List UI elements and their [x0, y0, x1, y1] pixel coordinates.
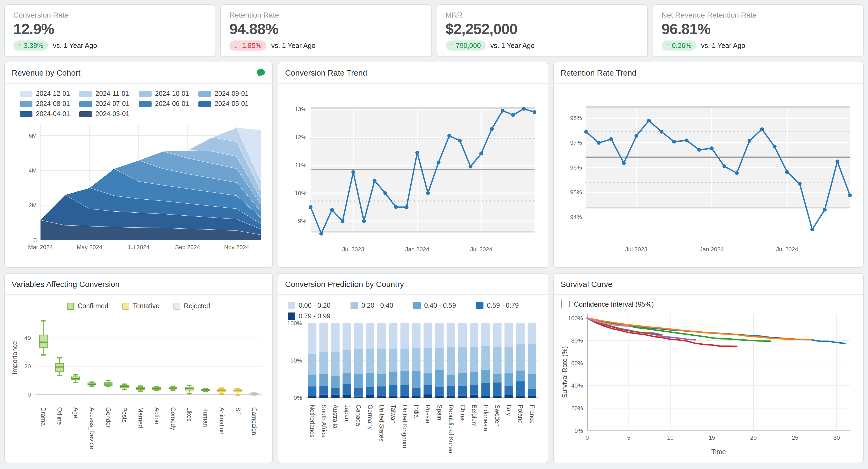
legend-item[interactable]: 0.79 - 0.99	[287, 313, 350, 320]
kpi-label: Net Revenue Retention Rate	[662, 11, 855, 19]
kpi-delta-badge: ↑790,000	[445, 40, 486, 51]
legend-label: 2024-06-01	[155, 100, 189, 108]
kpi-delta-value: 0.26%	[672, 41, 692, 50]
svg-text:40%: 40%	[571, 382, 583, 389]
arrow-up-icon: ↑	[18, 41, 22, 50]
kpi-card-conversion-rate: Conversion Rate 12.9% ↑3.38% vs. 1 Year …	[4, 4, 216, 57]
legend-item[interactable]: Rejected	[173, 302, 210, 310]
svg-text:5: 5	[627, 434, 630, 441]
svg-text:Spain: Spain	[436, 405, 443, 420]
charts-row-bottom: Variables Affecting Conversion Confirmed…	[4, 273, 864, 463]
svg-text:97%: 97%	[570, 140, 582, 146]
panel-survival-curve: Survival Curve Confidence Interval (95%)…	[553, 273, 864, 463]
legend-item[interactable]: 0.00 - 0.20	[287, 302, 350, 309]
kpi-compare-label: vs. 1 Year Ago	[701, 41, 745, 50]
checkbox-icon[interactable]	[561, 300, 569, 308]
svg-text:Netherlands: Netherlands	[309, 405, 316, 438]
legend-item[interactable]: 2024-12-01	[20, 90, 79, 97]
country-prediction-chart: 0%50%100%NetherlandsSouth AfricaAustrali…	[284, 320, 542, 453]
kpi-delta-badge: ↑0.26%	[662, 40, 696, 51]
svg-text:India: India	[413, 405, 420, 418]
svg-text:Jul 2024: Jul 2024	[127, 244, 150, 251]
legend-item[interactable]: 2024-04-01	[20, 110, 79, 118]
svg-text:Poland: Poland	[517, 405, 524, 424]
kpi-delta-badge: ↑3.38%	[13, 40, 48, 51]
kpi-delta-value: -1.85%	[240, 41, 262, 50]
kpi-card-net-revenue-retention: Net Revenue Retention Rate 96.81% ↑0.26%…	[653, 4, 864, 57]
svg-text:60%: 60%	[571, 360, 583, 367]
kpi-value: 96.81%	[662, 21, 855, 38]
svg-text:Italy: Italy	[505, 405, 513, 416]
legend-label: 0.79 - 0.99	[299, 313, 331, 320]
legend-item[interactable]: 0.40 - 0.59	[413, 302, 476, 309]
svg-text:6M: 6M	[28, 132, 37, 139]
legend-swatch	[198, 91, 211, 97]
legend-swatch	[79, 101, 92, 107]
dashboard: Conversion Rate 12.9% ↑3.38% vs. 1 Year …	[0, 0, 868, 469]
svg-text:Jul 2024: Jul 2024	[470, 246, 492, 253]
legend-item[interactable]: 2024-09-01	[198, 90, 258, 97]
svg-text:Posts: Posts	[121, 407, 128, 423]
legend-item[interactable]: 2024-03-01	[79, 110, 138, 118]
legend-label: Rejected	[184, 302, 210, 310]
kpi-label: Retention Rate	[229, 11, 423, 19]
svg-text:100%: 100%	[287, 320, 302, 327]
svg-text:Belgium: Belgium	[471, 405, 477, 427]
legend-swatch	[198, 101, 211, 107]
svg-text:Nov 2024: Nov 2024	[224, 244, 249, 251]
svg-text:Jul 2024: Jul 2024	[776, 246, 798, 253]
legend-item[interactable]: 2024-10-01	[138, 90, 198, 97]
legend-item[interactable]: 2024-08-01	[20, 100, 79, 108]
comment-icon[interactable]	[256, 68, 266, 77]
legend-item[interactable]: 2024-07-01	[79, 100, 138, 108]
legend-item[interactable]: 0.59 - 0.79	[476, 302, 538, 309]
svg-text:United States: United States	[378, 405, 385, 441]
svg-text:0: 0	[33, 237, 37, 243]
kpi-card-retention-rate: Retention Rate 94.88% ↓-1.85% vs. 1 Year…	[220, 4, 432, 57]
svg-text:Canada: Canada	[355, 405, 362, 426]
legend-item[interactable]: Tentative	[122, 302, 159, 310]
svg-text:Taiwan: Taiwan	[390, 405, 397, 424]
svg-text:Mar 2024: Mar 2024	[28, 244, 53, 251]
svg-text:25: 25	[792, 434, 798, 441]
svg-text:20: 20	[25, 363, 31, 370]
legend-item[interactable]: 2024-11-01	[79, 90, 138, 97]
svg-text:20%: 20%	[571, 405, 583, 411]
svg-text:Campaign: Campaign	[251, 407, 258, 435]
legend-swatch	[138, 91, 151, 97]
svg-text:Married: Married	[137, 407, 144, 428]
svg-text:Action: Action	[153, 407, 160, 424]
svg-text:Human: Human	[202, 407, 209, 427]
legend-swatch	[79, 111, 92, 117]
svg-text:4M: 4M	[28, 167, 37, 174]
svg-text:Sweden: Sweden	[494, 405, 501, 427]
legend-swatch	[122, 303, 129, 310]
legend-label: Tentative	[133, 302, 159, 310]
legend-swatch	[173, 303, 180, 310]
svg-text:Jan 2024: Jan 2024	[700, 246, 724, 253]
legend-item[interactable]: 2024-06-01	[138, 100, 198, 108]
kpi-value: 94.88%	[229, 21, 423, 38]
legend-item[interactable]: 2024-05-01	[198, 100, 258, 108]
arrow-up-icon: ↑	[450, 41, 454, 50]
panel-title: Survival Curve	[561, 280, 613, 289]
legend-label: 0.20 - 0.40	[362, 302, 393, 309]
legend-label: 2024-05-01	[215, 100, 249, 108]
svg-text:94%: 94%	[570, 214, 582, 221]
confidence-interval-toggle[interactable]: Confidence Interval (95%)	[561, 300, 654, 308]
legend-label: 2024-03-01	[95, 110, 129, 118]
kpi-label: MRR	[445, 11, 639, 19]
legend-label: 2024-10-01	[155, 90, 189, 97]
svg-text:40: 40	[25, 334, 31, 341]
kpi-card-mrr: MRR $2,252,000 ↑790,000 vs. 1 Year Ago	[436, 4, 648, 57]
svg-text:13%: 13%	[294, 106, 306, 113]
legend-item[interactable]: Confirmed	[67, 302, 108, 310]
kpi-delta-badge: ↓-1.85%	[229, 40, 267, 51]
panel-title: Conversion Rate Trend	[285, 68, 367, 77]
svg-text:20: 20	[750, 434, 756, 441]
svg-text:Animation: Animation	[218, 407, 225, 434]
svg-text:10%: 10%	[294, 190, 306, 197]
legend-label: 2024-04-01	[36, 110, 70, 118]
legend-item[interactable]: 0.20 - 0.40	[350, 302, 413, 309]
legend-swatch	[138, 101, 151, 107]
